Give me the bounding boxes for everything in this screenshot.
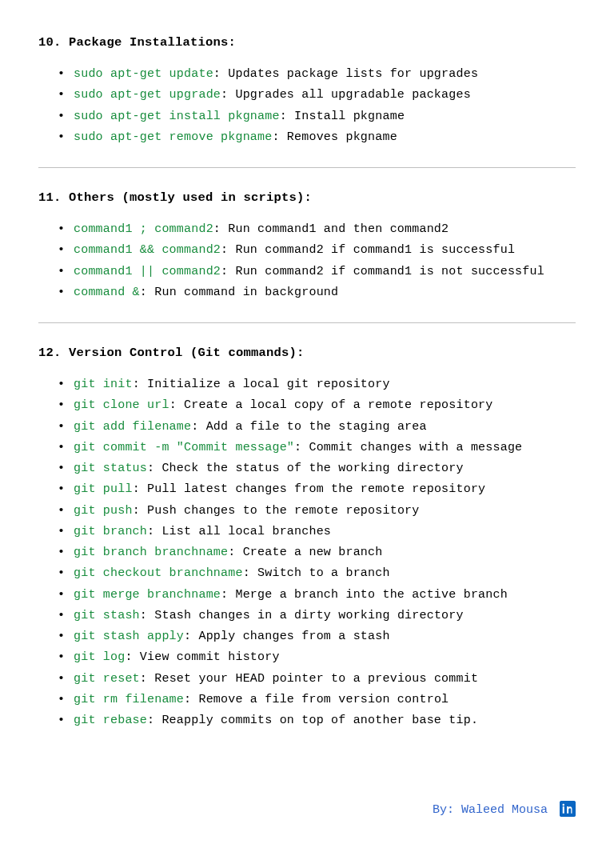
- list-item: command1 && command2: Run command2 if co…: [74, 240, 576, 261]
- list-item: sudo apt-get update: Updates package lis…: [74, 64, 576, 85]
- description-text: : Updates package lists for upgrades: [213, 67, 478, 81]
- description-text: : Create a new branch: [228, 546, 382, 559]
- linkedin-icon[interactable]: [560, 801, 576, 817]
- list-item: sudo apt-get remove pkgname: Removes pkg…: [74, 127, 576, 148]
- list-item: git rebase: Reapply commits on top of an…: [74, 710, 576, 731]
- command-text: git clone url: [74, 398, 169, 412]
- description-text: : View commit history: [125, 650, 279, 664]
- description-text: : Apply changes from a stash: [184, 630, 390, 643]
- command-list-12: git init: Initialize a local git reposit…: [38, 374, 576, 731]
- command-text: git checkout branchname: [74, 566, 243, 580]
- description-text: : Pull latest changes from the remote re…: [133, 482, 486, 496]
- command-text: git pull: [74, 482, 133, 496]
- command-text: git status: [74, 462, 147, 475]
- command-text: git rebase: [74, 714, 147, 727]
- list-item: git stash: Stash changes in a dirty work…: [74, 606, 576, 626]
- command-text: git branch: [74, 525, 147, 538]
- list-item: git pull: Pull latest changes from the r…: [74, 479, 576, 500]
- description-text: : Run command2 if command1 is successful: [221, 243, 515, 257]
- description-text: : Reset your HEAD pointer to a previous …: [140, 672, 478, 686]
- command-list-11: command1 ; command2: Run command1 and th…: [38, 219, 576, 303]
- command-text: git rm filename: [74, 693, 184, 706]
- description-text: : Run command1 and then command2: [213, 222, 449, 236]
- command-list-10: sudo apt-get update: Updates package lis…: [38, 64, 576, 148]
- description-text: : Stash changes in a dirty working direc…: [140, 609, 464, 622]
- command-text: command1 ; command2: [74, 222, 213, 236]
- divider: [38, 167, 576, 168]
- list-item: command1 || command2: Run command2 if co…: [74, 262, 576, 282]
- command-text: command &: [74, 286, 140, 299]
- command-text: git merge branchname: [74, 588, 221, 602]
- command-text: git stash: [74, 609, 140, 622]
- list-item: git merge branchname: Merge a branch int…: [74, 585, 576, 606]
- list-item: git init: Initialize a local git reposit…: [74, 374, 576, 395]
- list-item: command1 ; command2: Run command1 and th…: [74, 219, 576, 240]
- description-text: : Run command in background: [140, 286, 338, 299]
- description-text: : Initialize a local git repository: [133, 378, 390, 391]
- list-item: sudo apt-get install pkgname: Install pk…: [74, 106, 576, 127]
- section-title-11: 11. Others (mostly used in scripts):: [38, 190, 576, 205]
- description-text: : Merge a branch into the active branch: [221, 588, 508, 602]
- command-text: git stash apply: [74, 630, 184, 643]
- description-text: : Commit changes with a message: [294, 441, 522, 454]
- command-text: sudo apt-get upgrade: [74, 88, 221, 102]
- list-item: git reset: Reset your HEAD pointer to a …: [74, 669, 576, 690]
- command-text: sudo apt-get update: [74, 67, 213, 81]
- list-item: command &: Run command in background: [74, 282, 576, 303]
- description-text: : Run command2 if command1 is not succes…: [221, 265, 544, 278]
- command-text: git push: [74, 504, 133, 518]
- author-name: Waleed Mousa: [461, 803, 548, 817]
- list-item: git branch branchname: Create a new bran…: [74, 542, 576, 563]
- description-text: : Push changes to the remote repository: [133, 504, 420, 518]
- section-title-12: 12. Version Control (Git commands):: [38, 346, 576, 360]
- list-item: git add filename: Add a file to the stag…: [74, 417, 576, 438]
- command-text: git branch branchname: [74, 546, 228, 559]
- command-text: command1 || command2: [74, 265, 221, 278]
- list-item: git clone url: Create a local copy of a …: [74, 395, 576, 416]
- footer: By: Waleed Mousa: [0, 774, 614, 818]
- description-text: : Upgrades all upgradable packages: [221, 88, 471, 102]
- description-text: : Removes pkgname: [272, 130, 397, 144]
- page-content: 10. Package Installations: sudo apt-get …: [0, 0, 614, 774]
- list-item: git log: View commit history: [74, 647, 576, 668]
- command-text: git init: [74, 378, 133, 391]
- description-text: : Check the status of the working direct…: [147, 462, 464, 475]
- description-text: : Add a file to the staging area: [191, 420, 426, 434]
- description-text: : Switch to a branch: [243, 566, 390, 580]
- by-label: By:: [433, 803, 454, 817]
- list-item: git stash apply: Apply changes from a st…: [74, 626, 576, 647]
- description-text: : Install pkgname: [280, 110, 405, 123]
- list-item: git rm filename: Remove a file from vers…: [74, 690, 576, 710]
- command-text: git add filename: [74, 420, 191, 434]
- command-text: command1 && command2: [74, 243, 221, 257]
- list-item: git status: Check the status of the work…: [74, 458, 576, 479]
- description-text: : List all local branches: [147, 525, 331, 538]
- command-text: git log: [74, 650, 125, 664]
- section-title-10: 10. Package Installations:: [38, 35, 576, 50]
- command-text: git commit -m "Commit message": [74, 441, 294, 454]
- list-item: git branch: List all local branches: [74, 522, 576, 542]
- description-text: : Remove a file from version control: [184, 693, 449, 706]
- command-text: sudo apt-get remove pkgname: [74, 130, 272, 144]
- list-item: sudo apt-get upgrade: Upgrades all upgra…: [74, 85, 576, 106]
- list-item: git checkout branchname: Switch to a bra…: [74, 563, 576, 584]
- command-text: sudo apt-get install pkgname: [74, 110, 280, 123]
- description-text: : Reapply commits on top of another base…: [147, 714, 478, 727]
- description-text: : Create a local copy of a remote reposi…: [169, 398, 493, 412]
- list-item: git commit -m "Commit message": Commit c…: [74, 438, 576, 458]
- divider: [38, 322, 576, 323]
- command-text: git reset: [74, 672, 140, 686]
- list-item: git push: Push changes to the remote rep…: [74, 501, 576, 522]
